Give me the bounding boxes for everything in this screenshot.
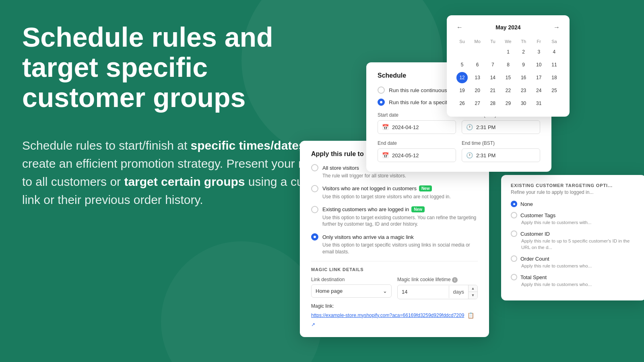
apply-option-existing[interactable]: Existing customers who are logged in New…: [311, 206, 478, 228]
radio-tags[interactable]: [511, 212, 517, 218]
magic-link-url[interactable]: https://example-store.myshopify.com?aca=…: [311, 313, 464, 318]
cal-day-8[interactable]: 8: [502, 59, 514, 70]
schedule-continuous-label: Run this rule continuously: [389, 87, 451, 93]
cal-dow-su: Su: [455, 38, 469, 45]
ml-lifetime-unit: days: [449, 286, 468, 298]
cal-day-1[interactable]: 1: [502, 46, 514, 58]
copy-icon[interactable]: 📋: [467, 312, 474, 319]
apply-option-magic-label: Only visitors who arrive via a magic lin…: [322, 234, 414, 240]
cal-day-16[interactable]: 16: [518, 72, 529, 83]
cal-day-15[interactable]: 15: [502, 72, 514, 83]
end-date-group: End date 📅 2024-05-12: [378, 140, 456, 162]
cal-day-19[interactable]: 19: [456, 85, 468, 96]
radio-all-visitors[interactable]: [311, 164, 318, 171]
cal-day-14[interactable]: 14: [487, 72, 498, 83]
apply-option-existing-desc: Use this option to target existing custo…: [322, 214, 478, 228]
cal-day-12[interactable]: 12: [456, 72, 468, 83]
targeting-option-total-spent[interactable]: Total Spent Apply this rule to customers…: [511, 274, 636, 288]
apply-option-magic-header: Only visitors who arrive via a magic lin…: [311, 233, 478, 241]
cal-day-22[interactable]: 22: [502, 85, 514, 96]
cal-day-10[interactable]: 10: [533, 59, 545, 70]
radio-order-count[interactable]: [511, 255, 517, 262]
targeting-tags-header: Customer Tags: [511, 212, 636, 218]
cal-day-21[interactable]: 21: [487, 85, 498, 96]
start-date-input[interactable]: 📅 2024-04-12: [378, 120, 456, 134]
cal-day-2[interactable]: 2: [518, 46, 529, 58]
apply-option-notlogged-header: Visitors who are not logged in customers…: [311, 185, 478, 192]
apply-option-all-label: All store visitors: [322, 165, 359, 171]
apply-option-not-logged-in[interactable]: Visitors who are not logged in customers…: [311, 185, 478, 200]
radio-none[interactable]: [511, 201, 517, 207]
cal-day-4[interactable]: 4: [549, 46, 560, 58]
ml-lifetime-group: Magic link cookie lifetime i 14 days ▲ ▼: [397, 277, 478, 299]
ml-lifetime-input: 14 days ▲ ▼: [397, 285, 478, 299]
cal-day-18[interactable]: 18: [549, 72, 560, 83]
end-date-input[interactable]: 📅 2024-05-12: [378, 148, 456, 162]
external-link-icon[interactable]: ↗: [311, 322, 315, 327]
targeting-spent-desc: Apply this rule to customers who...: [521, 281, 636, 288]
ml-lifetime-value: 14: [398, 286, 449, 298]
targeting-desc: Refine your rule to apply to logged in..…: [511, 189, 636, 195]
targeting-option-tags[interactable]: Customer Tags Apply this rule to custome…: [511, 212, 636, 226]
clock-icon-end: 🕐: [466, 152, 473, 158]
targeting-id-label: Customer ID: [520, 231, 550, 237]
cal-day-28[interactable]: 28: [487, 98, 498, 109]
targeting-order-label: Order Count: [520, 256, 549, 262]
start-time-value: 2:31 PM: [476, 124, 495, 130]
radio-id[interactable]: [511, 230, 517, 237]
calendar-prev-button[interactable]: ←: [455, 23, 464, 32]
cal-day-empty: [456, 46, 468, 58]
cal-day-27[interactable]: 27: [472, 98, 483, 109]
radio-existing[interactable]: [311, 206, 318, 213]
radio-specific[interactable]: [378, 99, 385, 106]
apply-option-magic-desc: Use this option to target specific visit…: [322, 242, 478, 255]
cal-day-31[interactable]: 31: [533, 98, 545, 109]
cal-day-5[interactable]: 5: [456, 59, 468, 70]
radio-continuous[interactable]: [378, 86, 385, 94]
targeting-tags-label: Customer Tags: [520, 212, 555, 218]
ml-destination-group: Link destination Home page ⌄: [311, 277, 392, 299]
ml-step-down[interactable]: ▼: [469, 292, 477, 299]
date-row-end: End date 📅 2024-05-12 End time (BST) 🕐 2…: [378, 140, 540, 162]
ml-stepper: ▲ ▼: [468, 285, 477, 299]
cal-day-6[interactable]: 6: [472, 59, 483, 70]
targeting-option-id[interactable]: Customer ID Apply this rule to up to 5 s…: [511, 230, 636, 251]
cal-day-7[interactable]: 7: [487, 59, 498, 70]
cal-dow-fr: Fr: [532, 38, 546, 45]
cal-dow-tu: Tu: [485, 38, 500, 45]
targeting-none-label: None: [520, 201, 533, 207]
cal-day-26[interactable]: 26: [456, 98, 468, 109]
calendar-next-button[interactable]: →: [552, 23, 561, 32]
cal-dow-sa: Sa: [547, 38, 561, 45]
targeting-card: EXISTING CUSTOMER TARGETING OPTI... Refi…: [501, 175, 644, 300]
cal-day-24[interactable]: 24: [533, 85, 545, 96]
end-time-input[interactable]: 🕐 2:31 PM: [462, 148, 540, 162]
ml-lifetime-label: Magic link cookie lifetime i: [397, 277, 478, 283]
start-time-input[interactable]: 🕐 2:31 PM: [462, 120, 540, 134]
cal-day-9[interactable]: 9: [518, 59, 529, 70]
cal-day-23[interactable]: 23: [518, 85, 529, 96]
radio-magic-link[interactable]: [311, 233, 318, 241]
apply-option-magic-link[interactable]: Only visitors who arrive via a magic lin…: [311, 233, 478, 255]
cal-day-17[interactable]: 17: [533, 72, 545, 83]
magic-link-section: MAGIC LINK DETAILS Link destination Home…: [311, 261, 478, 327]
cal-day-20[interactable]: 20: [472, 85, 483, 96]
end-time-value: 2:31 PM: [476, 152, 495, 158]
targeting-tags-desc: Apply this rule to customers with...: [521, 219, 636, 226]
hero-section: Schedule rules and target specific custo…: [22, 22, 336, 209]
ml-step-up[interactable]: ▲: [469, 285, 477, 292]
radio-not-logged[interactable]: [311, 185, 318, 192]
targeting-option-none[interactable]: None: [511, 201, 636, 207]
cal-day-30[interactable]: 30: [518, 98, 529, 109]
ml-destination-select[interactable]: Home page ⌄: [311, 284, 392, 298]
targeting-id-header: Customer ID: [511, 230, 636, 237]
cal-day-29[interactable]: 29: [502, 98, 514, 109]
start-date-value: 2024-04-12: [392, 124, 419, 130]
cal-day-3[interactable]: 3: [533, 46, 545, 58]
cal-dow-mo: Mo: [470, 38, 485, 45]
cal-day-11[interactable]: 11: [549, 59, 560, 70]
cal-day-25[interactable]: 25: [549, 85, 560, 96]
radio-total-spent[interactable]: [511, 274, 517, 280]
targeting-option-order-count[interactable]: Order Count Apply this rule to customers…: [511, 255, 636, 269]
cal-day-13[interactable]: 13: [472, 72, 483, 83]
